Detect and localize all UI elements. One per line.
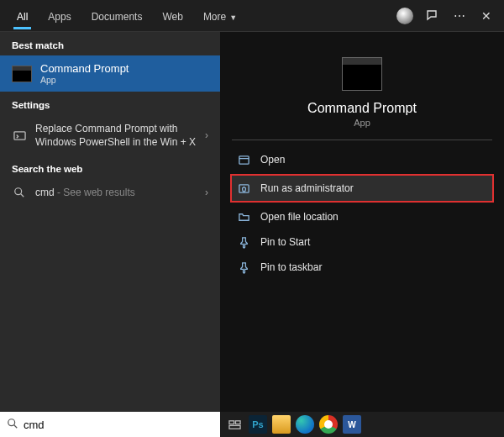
action-open-file-location[interactable]: Open file location [232, 204, 492, 229]
command-prompt-icon [342, 57, 382, 91]
shield-admin-icon [237, 182, 250, 195]
svg-rect-7 [228, 425, 239, 429]
preview-header: Command Prompt App [232, 45, 492, 140]
best-match-heading: Best match [0, 32, 220, 55]
tab-more[interactable]: More▼ [193, 3, 247, 29]
chevron-down-icon: ▼ [229, 13, 237, 22]
content-area: Best match Command Prompt App Settings R… [0, 32, 504, 412]
action-pin-to-taskbar[interactable]: Pin to taskbar [232, 255, 492, 280]
open-icon [237, 153, 250, 166]
action-open-location-label: Open file location [260, 211, 339, 223]
pin-start-icon [237, 235, 250, 249]
tab-web[interactable]: Web [152, 3, 192, 29]
top-bar-right: ⋯ ✕ [396, 8, 497, 24]
bottom-bar: Ps W [0, 412, 504, 437]
command-prompt-icon [12, 66, 32, 82]
best-match-text: Command Prompt App [40, 62, 129, 85]
settings-item-label: Replace Command Prompt with Windows Powe… [35, 122, 205, 149]
preview-subtitle: App [354, 118, 370, 128]
tab-more-label: More [203, 11, 226, 23]
folder-location-icon [237, 210, 250, 224]
action-run-admin-label: Run as administrator [260, 182, 354, 194]
best-match-title: Command Prompt [40, 62, 129, 75]
action-open[interactable]: Open [232, 147, 492, 172]
settings-heading: Settings [0, 92, 220, 115]
results-panel: Best match Command Prompt App Settings R… [0, 32, 220, 412]
best-match-subtitle: App [40, 75, 129, 85]
close-icon[interactable]: ✕ [479, 8, 494, 24]
action-open-label: Open [260, 154, 285, 166]
taskbar: Ps W [220, 412, 504, 437]
chevron-right-icon: › [205, 187, 208, 198]
more-options-icon[interactable]: ⋯ [452, 8, 467, 24]
action-list: Open Run as administrator Open file loca… [232, 140, 492, 280]
settings-item-replace-cmd[interactable]: Replace Command Prompt with Windows Powe… [0, 115, 220, 155]
action-run-as-administrator[interactable]: Run as administrator [232, 176, 492, 201]
svg-rect-2 [239, 155, 248, 163]
action-pin-start-label: Pin to Start [260, 236, 310, 248]
search-web-heading: Search the web [0, 155, 220, 179]
web-result-suffix: - See web results [55, 187, 135, 198]
best-match-item[interactable]: Command Prompt App [0, 55, 220, 92]
action-pin-to-start[interactable]: Pin to Start [232, 229, 492, 255]
pin-taskbar-icon [237, 261, 250, 274]
tab-documents[interactable]: Documents [81, 3, 153, 29]
feedback-icon[interactable] [425, 8, 440, 24]
user-avatar[interactable] [396, 8, 413, 24]
svg-point-4 [8, 419, 15, 425]
svg-rect-6 [235, 420, 240, 424]
web-result-query: cmd [35, 187, 55, 198]
word-icon[interactable]: W [343, 415, 361, 434]
top-bar: All Apps Documents Web More▼ ⋯ ✕ [0, 0, 504, 32]
search-icon [12, 187, 27, 198]
preview-panel: Command Prompt App Open Run as administr… [220, 32, 504, 412]
terminal-toggle-icon [12, 129, 27, 142]
task-view-icon[interactable] [225, 415, 244, 434]
filter-tabs: All Apps Documents Web More▼ [7, 3, 247, 29]
search-input[interactable] [24, 419, 213, 431]
svg-rect-0 [13, 132, 24, 140]
web-result-item[interactable]: cmd - See web results › [0, 179, 220, 206]
svg-rect-5 [228, 420, 234, 424]
annotation-highlight: Run as administrator [230, 174, 494, 203]
tab-apps[interactable]: Apps [38, 3, 81, 29]
svg-point-1 [15, 188, 22, 195]
preview-title: Command Prompt [307, 101, 417, 116]
chrome-icon[interactable] [319, 415, 338, 434]
photoshop-icon[interactable]: Ps [249, 415, 267, 434]
file-explorer-icon[interactable] [272, 415, 291, 434]
action-pin-taskbar-label: Pin to taskbar [260, 261, 322, 273]
chevron-right-icon: › [205, 129, 208, 141]
search-icon [7, 418, 18, 432]
tab-all[interactable]: All [7, 3, 38, 29]
web-result-label: cmd - See web results [35, 186, 205, 199]
search-box[interactable] [0, 412, 220, 437]
edge-icon[interactable] [296, 415, 314, 434]
